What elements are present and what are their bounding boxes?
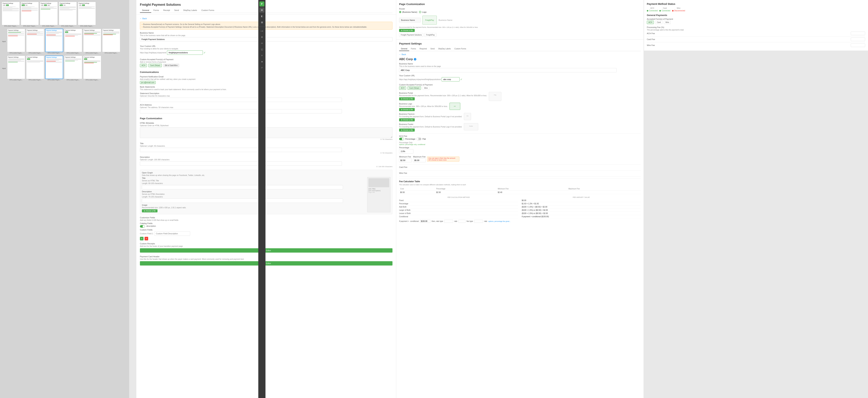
og-title-input[interactable] [142,185,343,190]
abc-url-row: https://app.freightpay.io/payment/freigh… [399,77,641,82]
badge-card[interactable]: Card (Stripe) [148,64,162,67]
gp-badge-ach[interactable]: ACH [647,21,654,24]
og-choose-file-btn[interactable]: ⊕ choose a file [142,209,157,212]
thumb-fps2547-2[interactable]: Payment Settings GenFor FPS-2547 Paym... [21,2,39,27]
logo-upload-btn[interactable]: ⊕ choose a file [399,29,415,32]
thumb-fps2236-3[interactable]: Payment Settings FPS-2236 Paym... [45,29,63,54]
cond-input[interactable] [420,220,431,223]
thumb-fps2236-6[interactable]: Payment Settings FPS-2236 Paym... [102,29,120,54]
abc-tab-forms[interactable]: Forms [409,47,418,51]
thumb-fps2264-3[interactable]: Payment Settings FPS-2264 Paym... [64,56,82,81]
og-desc-input[interactable] [142,199,343,203]
abc-badge-ach[interactable]: ACH [399,86,406,90]
custom-field-1-input[interactable] [154,231,190,236]
og-subtitle: Data that shows up when sharing this pag… [142,174,391,176]
gp-badge-card[interactable]: Card [655,21,662,24]
rich-editor-btn-1[interactable]: Rich Editor [140,248,393,253]
cond-rate-val[interactable] [458,220,465,223]
thumb-fps2236-1[interactable]: Payment Settings FPS-2236 Paym... [7,29,25,54]
min-fee-input[interactable] [399,158,412,162]
percentage-toggle[interactable] [399,138,404,140]
radio-business-name[interactable] [399,11,401,13]
abc-tab-custom[interactable]: Custom Forms [453,47,468,51]
abc-back-link[interactable]: ← Back [399,53,641,55]
abc-business-name-input[interactable] [399,68,617,72]
flat-toggle[interactable] [416,138,421,140]
thumb-fps2264-1[interactable]: Payment Settings Gen FPS-2264 Paym... [26,56,44,81]
fee-calc-subtitle: The calculator uses to make it to compar… [399,184,641,186]
sidebar-icon-tag[interactable]: ◈ [259,59,265,64]
html-textarea[interactable] [140,127,393,138]
cond-fee-type-val[interactable] [474,220,483,223]
thumb-fps2263-1[interactable]: Payment Settings FPS-2263 Paym... [7,56,25,81]
thumb-fps2547-1[interactable]: Payment Settings GenFor FPS-2547 Paym... [2,2,20,27]
abc-tab-shipday[interactable]: ShipDay Labels [436,47,453,51]
statement-desc-input[interactable] [140,98,342,102]
abc-badge-wire[interactable]: Wire [423,86,429,90]
pc-title-input[interactable] [140,148,342,152]
cond-options-link[interactable]: options, percentage fee great... [488,221,511,222]
cond-rate-type[interactable] [444,220,453,223]
og-desc-sublabel2: Length: 70-155 characters [142,196,365,198]
og-title-sublabel1: Serves as HTML Title [142,180,365,182]
business-name-input[interactable] [140,37,393,41]
thumb-fps2264-4[interactable]: Payment Settings Gen FPS-2264 Paym... [83,56,101,81]
badge-ach[interactable]: ACH [140,64,147,67]
thumb-fps2505-3[interactable]: Payment Settings GenFor FPS-2505 Paym... [78,2,96,27]
tab-receipt[interactable]: Receipt [161,8,172,13]
gp-badge-wire[interactable]: Wire [664,21,671,24]
abc-tab-required[interactable]: Required [418,47,429,51]
back-link[interactable]: ← Back [140,18,393,20]
abc-tab-send[interactable]: Send [429,47,436,51]
badge-bill[interactable]: Bill of Sale/Wire [163,64,179,67]
del-custom-field-btn[interactable]: × [145,237,148,240]
ach-address-input[interactable] [140,109,342,113]
og-title-sublabel2: Length: 60-100 characters [142,182,365,184]
sidebar-icon-settings[interactable]: ⚙ [259,35,265,40]
tab-shipday[interactable]: ShipDay Labels [181,8,199,13]
business-footer-upload-btn[interactable]: ⊕ choose a file [399,129,415,132]
business-footer-area[interactable]: footer [464,123,478,130]
wire-fee-row-input[interactable] [851,44,865,47]
abc-badge-card[interactable]: Card (Stripe) [407,86,421,90]
thumb-fps2505-1[interactable]: Payment Settings GenForRec FPS-2505 Paym… [40,2,58,27]
tab-custom-forms[interactable]: Custom Forms [199,8,216,13]
radio-logo[interactable] [419,11,421,13]
email-tag[interactable]: jer.s@email.com [140,81,156,84]
router-option-business[interactable]: (Business Name) [399,11,417,13]
catalog-toggle[interactable] [140,225,145,228]
tab-forms[interactable]: Forms [151,8,161,13]
sidebar-icon-list[interactable]: ≡ [259,53,265,58]
ach-fee-row-input[interactable] [851,32,865,35]
tab-send[interactable]: Send [172,8,181,13]
url-input[interactable] [167,51,203,55]
pc-desc-input[interactable] [140,161,342,166]
business-logo-upload-btn[interactable]: ⊕ choose a file [399,108,415,111]
sidebar-icon-box[interactable]: ▦ [259,20,265,25]
card-fee-row-input[interactable] [851,37,865,41]
thumb-fps2236-4[interactable]: Payment Settings Gen FPS-2236 Paym... [64,29,82,54]
sidebar-icon-chart[interactable]: ◱ [259,47,265,52]
sidebar-icon-layers[interactable]: ◧ [259,13,265,19]
abc-tab-general[interactable]: General [399,47,409,51]
business-favicon-upload-btn[interactable]: ⊕ choose a file [399,118,415,121]
gp-accepted-forms: ACH Card Wire [647,21,865,24]
thumb-fps2264-2[interactable]: Payment Settings FPS-2264 Paym... [45,56,63,81]
business-portal-upload-btn[interactable]: ⊕ choose a file [399,97,415,101]
thumb-fps2236-5[interactable]: Payment Settings FPS-2236 Paym... [83,29,101,54]
sidebar-icon-grid[interactable]: ⊞ [259,7,265,12]
abc-url-input[interactable] [442,77,460,82]
rich-editor-btn-2[interactable]: Rich Editor [140,261,393,265]
business-portal-upload-area[interactable]: img [489,92,501,101]
max-fee-input[interactable] [413,158,426,162]
logo-upload-area[interactable]: FreightPay [423,16,437,25]
right-col-1: Page Customization Router (Business Name… [396,0,644,398]
thumb-fps2505-2[interactable]: Payment Settings GenFor FPS-2505 Paym... [59,2,77,27]
business-favicon-area[interactable]: ico [464,113,471,120]
pct-value-input[interactable] [399,149,413,153]
fee-val-pct: $1.63 × 1.2% = $1.92 [522,202,641,205]
router-option-logo[interactable]: Logo [419,11,426,13]
tab-general[interactable]: General [140,8,151,13]
thumb-fps2236-2[interactable]: Payment Settings FPS-2236 Paym... [26,29,44,54]
add-custom-field-btn[interactable]: + [140,237,144,240]
